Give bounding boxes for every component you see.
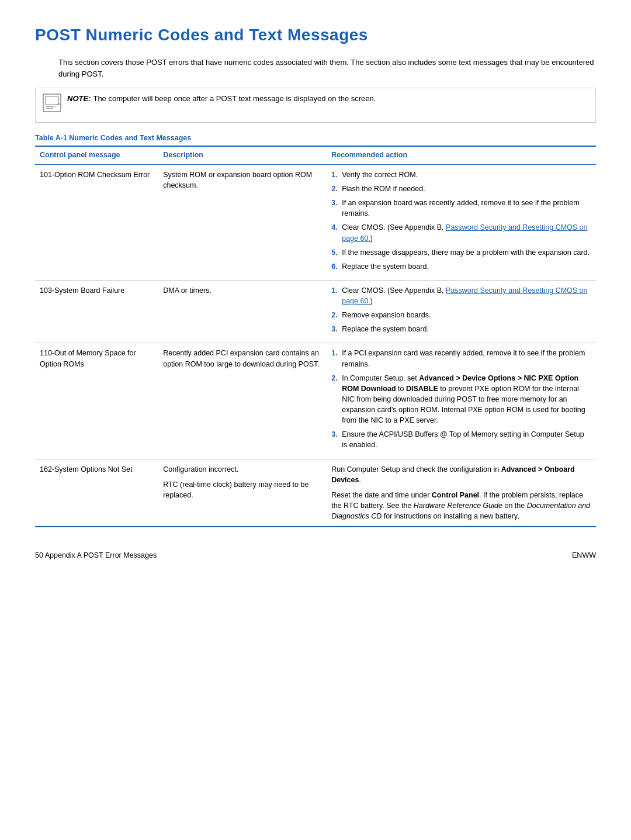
list-item: 5. If the message disappears, there may … bbox=[331, 247, 591, 258]
password-security-link[interactable]: Password Security and Resetting CMOS on … bbox=[342, 223, 587, 242]
note-icon bbox=[43, 94, 61, 117]
table-caption: Table A-1 Numeric Codes and Text Message… bbox=[35, 133, 596, 144]
list-item: 1. Clear CMOS. (See Appendix B, Password… bbox=[331, 285, 591, 306]
desc-162: Configuration incorrect. RTC (real-time … bbox=[158, 459, 327, 527]
footer-left: 50 Appendix A POST Error Messages bbox=[35, 551, 157, 561]
control-msg-103: 103-System Board Failure bbox=[35, 280, 158, 343]
list-item: 2. Remove expansion boards. bbox=[331, 310, 591, 320]
table-header-row: Control panel message Description Recomm… bbox=[35, 146, 596, 164]
action-101: 1. Verify the correct ROM. 2. Flash the … bbox=[327, 164, 596, 280]
note-content: NOTE:The computer will beep once after a… bbox=[67, 93, 376, 105]
desc-103: DMA or timers. bbox=[158, 280, 327, 343]
action-103: 1. Clear CMOS. (See Appendix B, Password… bbox=[327, 280, 596, 343]
table-row: 103-System Board Failure DMA or timers. … bbox=[35, 280, 596, 343]
control-msg-101: 101-Option ROM Checksum Error bbox=[35, 164, 158, 280]
list-item: 2. Flash the ROM if needed. bbox=[331, 184, 591, 194]
col-header-description: Description bbox=[158, 146, 327, 164]
footer-right: ENWW bbox=[572, 551, 596, 561]
desc-110: Recently added PCI expansion card contai… bbox=[158, 343, 327, 459]
list-item: 6. Replace the system board. bbox=[331, 261, 591, 272]
desc-101: System ROM or expansion board option ROM… bbox=[158, 164, 327, 280]
main-table: Control panel message Description Recomm… bbox=[35, 146, 596, 527]
password-security-link-2[interactable]: Password Security and Resetting CMOS on … bbox=[342, 286, 587, 305]
page-title: POST Numeric Codes and Text Messages bbox=[35, 23, 596, 46]
action-162: Run Computer Setup and check the configu… bbox=[327, 459, 596, 527]
control-msg-110: 110-Out of Memory Space for Option ROMs bbox=[35, 343, 158, 459]
list-item: 1. Verify the correct ROM. bbox=[331, 170, 591, 180]
table-row: 101-Option ROM Checksum Error System ROM… bbox=[35, 164, 596, 280]
list-item: 1. If a PCI expansion card was recently … bbox=[331, 348, 591, 369]
list-item: 3. Replace the system board. bbox=[331, 324, 591, 334]
svg-rect-1 bbox=[46, 96, 58, 105]
table-row: 110-Out of Memory Space for Option ROMs … bbox=[35, 343, 596, 459]
intro-text: This section covers those POST errors th… bbox=[58, 57, 596, 79]
note-box: NOTE:The computer will beep once after a… bbox=[35, 88, 596, 123]
list-item: 4. Clear CMOS. (See Appendix B, Password… bbox=[331, 222, 591, 243]
note-text: The computer will beep once after a POST… bbox=[93, 94, 376, 103]
control-msg-162: 162-System Options Not Set bbox=[35, 459, 158, 527]
list-item: 2. In Computer Setup, set Advanced > Dev… bbox=[331, 373, 591, 426]
col-header-action: Recommended action bbox=[327, 146, 596, 164]
table-row: 162-System Options Not Set Configuration… bbox=[35, 459, 596, 527]
footer: 50 Appendix A POST Error Messages ENWW bbox=[35, 551, 596, 561]
col-header-control: Control panel message bbox=[35, 146, 158, 164]
action-110: 1. If a PCI expansion card was recently … bbox=[327, 343, 596, 459]
list-item: 3. If an expansion board was recently ad… bbox=[331, 198, 591, 219]
note-label: NOTE: bbox=[67, 94, 91, 103]
list-item: 3. Ensure the ACPI/USB Buffers @ Top of … bbox=[331, 429, 591, 450]
